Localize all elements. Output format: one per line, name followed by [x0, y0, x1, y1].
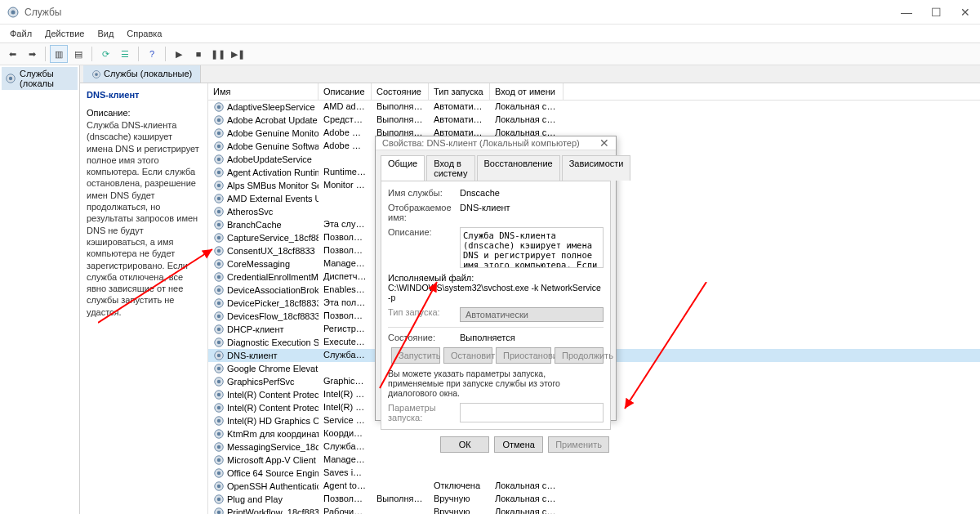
svc-name-label: Имя службы: [388, 188, 453, 198]
table-row[interactable]: AdaptiveSleepServiceAMD adap...Выполняет… [208, 101, 980, 114]
toolbar: ⬅ ➡ ▥ ▤ ⟳ ☰ ? ▶ ■ ❚❚ ▶❚ [0, 42, 980, 65]
gear-icon [213, 180, 225, 191]
gear-icon [213, 363, 225, 374]
menu-action[interactable]: Действие [38, 26, 91, 41]
close-button[interactable]: ✕ [957, 6, 973, 19]
gear-icon [213, 258, 225, 270]
gear-icon [213, 389, 225, 400]
forward-button[interactable]: ➡ [23, 45, 41, 63]
col-desc[interactable]: Описание [318, 83, 372, 100]
gear-icon [213, 441, 225, 453]
app-icon [7, 6, 20, 19]
col-startup[interactable]: Тип запуска [429, 83, 490, 100]
gear-icon [213, 480, 225, 492]
params-label: Параметры запуска: [388, 403, 453, 422]
gear-icon [213, 311, 225, 322]
nav-services-local[interactable]: Службы (локалы [2, 67, 78, 90]
menu-help[interactable]: Справка [120, 26, 168, 41]
window-title: Службы [24, 7, 898, 18]
state-value: Выполняется [460, 333, 515, 342]
tab-general[interactable]: Общие [381, 155, 425, 181]
gear-icon [213, 154, 225, 165]
selected-service-name: DNS-клиент [87, 90, 201, 100]
gear-icon [213, 324, 225, 335]
gear-icon [213, 101, 225, 113]
description-label: Описание: [87, 108, 201, 118]
menu-view[interactable]: Вид [91, 26, 120, 41]
gear-icon [213, 402, 225, 413]
table-row[interactable]: Adobe Acrobat Update Serv...Средство ...… [208, 114, 980, 127]
description-label: Описание: [388, 227, 453, 268]
params-hint: Вы можете указать параметры запуска, при… [388, 369, 604, 398]
refresh-button[interactable]: ⟳ [96, 45, 114, 63]
params-input[interactable] [460, 403, 604, 422]
resume-button[interactable]: Продолжить [555, 347, 604, 364]
properties-button[interactable]: ☰ [116, 45, 134, 63]
cancel-button[interactable]: Отмена [494, 436, 543, 453]
gear-icon [213, 376, 225, 387]
dialog-titlebar[interactable]: Свойства: DNS-клиент (Локальный компьюте… [376, 136, 616, 150]
gear-icon [213, 245, 225, 257]
menu-file[interactable]: Файл [3, 26, 38, 41]
gear-icon [213, 193, 225, 204]
gear-icon [213, 167, 225, 178]
col-logon[interactable]: Вход от имени [490, 83, 564, 100]
table-row[interactable]: Plug and PlayПозволяет...ВыполняетсяВруч… [208, 493, 980, 506]
stop-button[interactable]: Остановить [443, 347, 492, 364]
start-button[interactable]: Запустить [391, 347, 440, 364]
col-state[interactable]: Состояние [372, 83, 429, 100]
startup-label: Тип запуска: [388, 307, 453, 322]
tab-logon[interactable]: Вход в систему [426, 155, 474, 181]
gear-icon [213, 454, 225, 466]
col-name[interactable]: Имя [208, 83, 318, 100]
tab-dependencies[interactable]: Зависимости [562, 155, 631, 181]
gear-icon [213, 467, 225, 479]
play-button[interactable]: ▶ [170, 45, 188, 63]
exe-label: Исполняемый файл: [388, 273, 474, 283]
display-name-label: Отображаемое имя: [388, 203, 453, 222]
gear-icon [213, 127, 225, 139]
gear-icon [213, 206, 225, 217]
list-header: Имя Описание Состояние Тип запуска Вход … [208, 83, 980, 101]
gear-icon [213, 297, 225, 309]
maximize-button[interactable]: ☐ [928, 6, 944, 19]
pause-button[interactable]: ❚❚ [209, 45, 227, 63]
gear-icon [213, 284, 225, 296]
startup-select[interactable]: Автоматически [460, 307, 604, 322]
restart-button[interactable]: ▶❚ [229, 45, 247, 63]
description-text: Служба DNS-клиента (dnscache) кэширует и… [87, 119, 201, 318]
properties-dialog: Свойства: DNS-клиент (Локальный компьюте… [375, 136, 617, 421]
gear-icon [213, 415, 225, 427]
tab-services-local[interactable]: Службы (локальные) [83, 65, 201, 83]
show-hide-tree-button[interactable]: ▥ [50, 45, 68, 63]
description-panel: DNS-клиент Описание: Служба DNS-клиента … [80, 83, 208, 514]
ok-button[interactable]: ОК [440, 436, 489, 453]
table-row[interactable]: PrintWorkflow_18cf8833Рабочий п...Вручну… [208, 506, 980, 514]
nav-tree: Службы (локалы [0, 65, 80, 514]
state-label: Состояние: [388, 333, 453, 342]
minimize-button[interactable]: — [898, 6, 915, 19]
gear-icon [213, 350, 225, 361]
gear-icon [91, 69, 101, 79]
gear-icon [213, 271, 225, 283]
dialog-close-button[interactable]: ✕ [599, 136, 609, 150]
export-list-button[interactable]: ▤ [69, 45, 87, 63]
tab-recovery[interactable]: Восстановление [477, 155, 560, 181]
stop-button[interactable]: ■ [189, 45, 207, 63]
display-name-value: DNS-клиент [460, 203, 604, 222]
table-row[interactable]: OpenSSH Authentication A...Agent to h...… [208, 480, 980, 493]
gear-icon [213, 494, 225, 505]
gear-icon [213, 114, 225, 126]
description-value[interactable] [460, 227, 604, 268]
gear-icon [213, 232, 225, 244]
tabbar: Службы (локальные) [80, 65, 980, 83]
apply-button[interactable]: Применить [548, 436, 609, 453]
table-row[interactable]: Office 64 Source EngineSaves insta... [208, 467, 980, 480]
gear-icon [213, 507, 225, 514]
svc-name-value: Dnscache [460, 188, 604, 198]
menubar: Файл Действие Вид Справка [0, 25, 980, 42]
back-button[interactable]: ⬅ [3, 45, 21, 63]
help-button[interactable]: ? [143, 45, 161, 63]
gear-icon [5, 73, 16, 84]
pause-button[interactable]: Приостановить [496, 347, 551, 364]
